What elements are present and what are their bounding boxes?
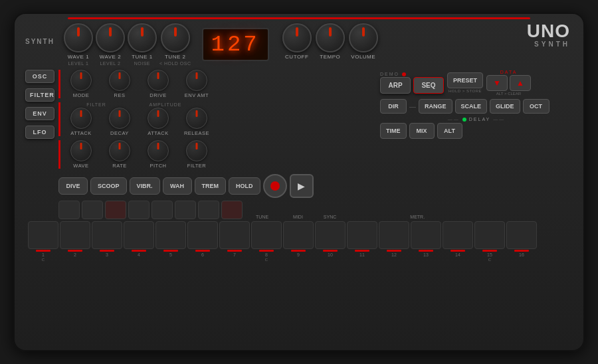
key-num-7: 7: [233, 252, 236, 257]
pad-7[interactable]: [198, 201, 219, 219]
scale-button[interactable]: SCALE: [455, 99, 488, 114]
knob-filter-attack[interactable]: [70, 108, 92, 129]
knob-tune1-label: TUNE 1: [132, 54, 152, 60]
key-btn-9[interactable]: [283, 221, 314, 249]
synth-section-label: SYNTH: [25, 38, 54, 45]
knob-tempo: TEMPO: [316, 23, 345, 60]
pad-3[interactable]: [105, 201, 126, 219]
key-btn-11[interactable]: [347, 221, 377, 249]
key-dot-16: [514, 250, 529, 252]
env-button[interactable]: ENV: [25, 107, 54, 120]
key-btn-4[interactable]: [124, 221, 154, 249]
knob-tempo-label: TEMPO: [320, 54, 340, 60]
knob-tune2: TUNE 2 < HOLD OSC: [159, 23, 191, 66]
seq-button[interactable]: SEQ: [413, 77, 444, 94]
pad-4[interactable]: [128, 201, 150, 219]
delay-mix-button[interactable]: MIX: [409, 123, 435, 139]
key-btn-7[interactable]: [219, 221, 250, 249]
key-btn-10[interactable]: [315, 221, 346, 249]
tune-label: TUNE: [256, 215, 268, 219]
knob-wave2-control[interactable]: [96, 23, 125, 52]
key-btn-3[interactable]: [92, 221, 122, 249]
knob-mode[interactable]: [70, 70, 92, 91]
knob-cutoff-control[interactable]: [282, 23, 312, 52]
key-btn-6[interactable]: [187, 221, 218, 249]
pad-8[interactable]: [221, 201, 243, 219]
logo: UNO SYNTH: [527, 22, 570, 48]
knob-lfo-filter[interactable]: [186, 140, 207, 161]
pad-1[interactable]: [58, 201, 80, 219]
key-btn-16[interactable]: [506, 221, 537, 249]
key-btn-12[interactable]: [379, 221, 409, 249]
data-up-button[interactable]: ▲: [510, 75, 531, 91]
pad-2[interactable]: [82, 201, 103, 219]
knob-lfo-wave[interactable]: [70, 140, 92, 161]
key-dot-2: [68, 250, 82, 252]
pad-6[interactable]: [175, 201, 196, 219]
data-down-button[interactable]: ▼: [486, 75, 508, 91]
knob-tune2-sublabel: < HOLD OSC: [159, 61, 191, 66]
key-num-6: 6: [201, 252, 204, 257]
osc-button[interactable]: OSC: [25, 70, 54, 83]
top-accent-line: [68, 17, 530, 19]
preset-button[interactable]: PRESET: [447, 72, 483, 88]
knob-cutoff-label: CUTOFF: [285, 54, 308, 60]
delay-alt-button[interactable]: ALT: [437, 123, 462, 139]
arp-button[interactable]: ARP: [380, 77, 411, 94]
knob-volume-control[interactable]: [349, 23, 378, 52]
knob-env-amt[interactable]: [186, 70, 207, 91]
key-3: 3: [92, 221, 122, 262]
logo-synth: SYNTH: [527, 41, 570, 48]
scoop-button[interactable]: SCOOP: [90, 177, 127, 195]
logo-uno: UNO: [527, 22, 570, 41]
key-btn-15[interactable]: [474, 221, 505, 249]
key-btn-2[interactable]: [60, 221, 90, 249]
knob-tune1-control[interactable]: [128, 23, 157, 52]
hold-button[interactable]: HOLD: [229, 177, 260, 195]
demo-label: DEMO: [380, 72, 406, 76]
pad-5[interactable]: [151, 201, 173, 219]
key-btn-13[interactable]: [411, 221, 441, 249]
delay-time-button[interactable]: TIME: [380, 123, 407, 139]
range-button[interactable]: RANGE: [419, 99, 452, 114]
knob-res[interactable]: [109, 70, 130, 91]
record-button[interactable]: [263, 174, 287, 198]
knob-lfo-pitch[interactable]: [148, 140, 169, 161]
param-res: RES: [102, 70, 138, 98]
knob-drive[interactable]: [148, 70, 169, 91]
param-lfo-pitch: PITCH: [140, 140, 176, 169]
knob-wave1-control[interactable]: [64, 23, 93, 52]
dir-button[interactable]: DIR: [380, 99, 407, 114]
wah-button[interactable]: WAH: [163, 177, 192, 195]
oct-button[interactable]: OCT: [523, 99, 549, 114]
vibr-button[interactable]: VIBR.: [130, 177, 160, 195]
key-dot-9: [291, 250, 306, 252]
trem-button[interactable]: TREM: [195, 177, 227, 195]
knob-wave2-sublabel: LEVEL 2: [100, 61, 120, 66]
knob-tune1: TUNE 1 NOISE: [128, 23, 157, 66]
knob-lfo-rate[interactable]: [109, 140, 130, 161]
dive-button[interactable]: DIVE: [58, 177, 88, 195]
key-num-16: 16: [519, 252, 524, 257]
key-btn-8[interactable]: [251, 221, 282, 249]
knob-tune2-control[interactable]: [161, 23, 190, 52]
key-btn-14[interactable]: [443, 221, 473, 249]
key-6: 6: [187, 221, 218, 262]
key-btn-1[interactable]: [28, 221, 58, 249]
key-8: 8 C: [251, 221, 282, 262]
play-icon: ▶: [298, 181, 305, 191]
play-button[interactable]: ▶: [290, 174, 314, 198]
key-num-10: 10: [328, 252, 333, 257]
knob-tempo-control[interactable]: [316, 23, 345, 52]
filter-button[interactable]: FILTER: [25, 88, 54, 102]
key-dot-7: [227, 250, 242, 252]
param-filter-decay: DECAY: [102, 108, 138, 136]
key-15: 15 C: [474, 221, 505, 262]
knob-amp-release[interactable]: [186, 108, 207, 129]
lfo-button[interactable]: LFO: [25, 126, 54, 139]
data-sublabel: ALT > CLEAR: [496, 92, 521, 96]
knob-amp-attack[interactable]: [148, 108, 169, 129]
knob-filter-decay[interactable]: [109, 108, 130, 129]
glide-button[interactable]: GLIDE: [490, 99, 520, 114]
key-btn-5[interactable]: [155, 221, 186, 249]
